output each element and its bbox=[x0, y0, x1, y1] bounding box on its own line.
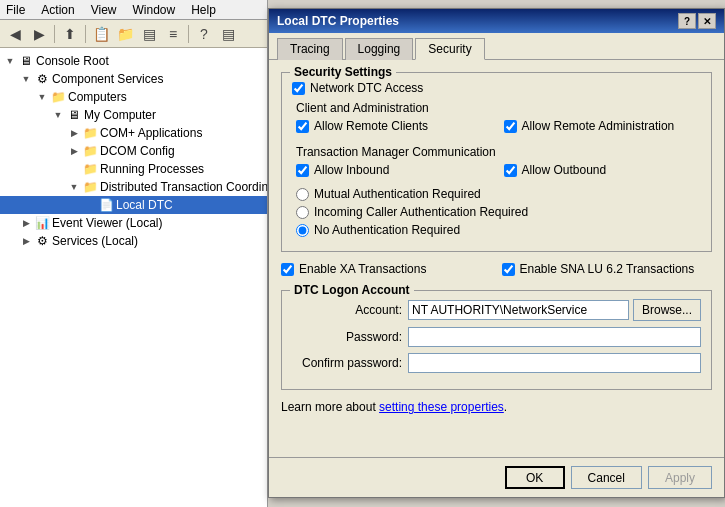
confirm-row: Confirm password: bbox=[292, 353, 701, 373]
allow-inbound-row: Allow Inbound bbox=[296, 163, 494, 177]
ok-button[interactable]: OK bbox=[505, 466, 565, 489]
menu-help[interactable]: Help bbox=[189, 3, 218, 17]
tree-my-computer[interactable]: ▼ 🖥 My Computer bbox=[0, 106, 267, 124]
folder-icon: 📁 bbox=[50, 89, 66, 105]
allow-remote-clients-label[interactable]: Allow Remote Clients bbox=[314, 119, 428, 133]
tree-component-services[interactable]: ▼ ⚙ Component Services bbox=[0, 70, 267, 88]
expander-icon bbox=[66, 164, 82, 174]
confirm-label: Confirm password: bbox=[292, 356, 402, 370]
tree-item-label: Console Root bbox=[36, 54, 109, 68]
enable-xa-label[interactable]: Enable XA Transactions bbox=[299, 262, 426, 276]
network-dtc-checkbox[interactable] bbox=[292, 82, 305, 95]
show-hide-button[interactable]: 📋 bbox=[90, 23, 112, 45]
mutual-auth-label[interactable]: Mutual Authentication Required bbox=[314, 187, 481, 201]
close-titlebar-button[interactable]: ✕ bbox=[698, 13, 716, 29]
tree-item-label: Distributed Transaction Coordin... bbox=[100, 180, 267, 194]
learn-more-link[interactable]: setting these properties bbox=[379, 400, 504, 414]
enable-sna-label[interactable]: Enable SNA LU 6.2 Transactions bbox=[520, 262, 695, 276]
password-label: Password: bbox=[292, 330, 402, 344]
help-titlebar-button[interactable]: ? bbox=[678, 13, 696, 29]
dialog-tabs: Tracing Logging Security bbox=[269, 33, 724, 60]
dialog-title: Local DTC Properties bbox=[277, 14, 399, 28]
mutual-auth-radio[interactable] bbox=[296, 188, 309, 201]
menu-action[interactable]: Action bbox=[39, 3, 76, 17]
up-button[interactable]: ⬆ bbox=[59, 23, 81, 45]
allow-outbound-row: Allow Outbound bbox=[504, 163, 702, 177]
allow-remote-admin-row: Allow Remote Administration bbox=[504, 119, 702, 133]
security-settings-title: Security Settings bbox=[290, 65, 396, 79]
help-button[interactable]: ? bbox=[193, 23, 215, 45]
enable-xa-checkbox[interactable] bbox=[281, 263, 294, 276]
incoming-auth-radio[interactable] bbox=[296, 206, 309, 219]
tree-running-processes[interactable]: 📁 Running Processes bbox=[0, 160, 267, 178]
password-input[interactable] bbox=[408, 327, 701, 347]
folder-button[interactable]: 📁 bbox=[114, 23, 136, 45]
menu-bar: File Action View Window Help bbox=[0, 0, 267, 20]
chart-icon: 📊 bbox=[34, 215, 50, 231]
expander-icon: ▶ bbox=[66, 128, 82, 138]
detail-button[interactable]: ≡ bbox=[162, 23, 184, 45]
allow-inbound-checkbox[interactable] bbox=[296, 164, 309, 177]
incoming-auth-label[interactable]: Incoming Caller Authentication Required bbox=[314, 205, 528, 219]
allow-remote-admin-checkbox[interactable] bbox=[504, 120, 517, 133]
no-auth-radio[interactable] bbox=[296, 224, 309, 237]
expander-icon bbox=[82, 200, 98, 210]
expander-icon: ▼ bbox=[34, 92, 50, 102]
cancel-button[interactable]: Cancel bbox=[571, 466, 642, 489]
allow-inbound-label[interactable]: Allow Inbound bbox=[314, 163, 389, 177]
browse-button[interactable]: Browse... bbox=[633, 299, 701, 321]
apply-button[interactable]: Apply bbox=[648, 466, 712, 489]
gear-icon: ⚙ bbox=[34, 233, 50, 249]
learn-more-suffix: . bbox=[504, 400, 507, 414]
tree-item-label: Services (Local) bbox=[52, 234, 138, 248]
tab-security[interactable]: Security bbox=[415, 38, 484, 60]
txn-manager-subgroup: Transaction Manager Communication Allow … bbox=[292, 145, 701, 237]
allow-remote-clients-checkbox[interactable] bbox=[296, 120, 309, 133]
forward-button[interactable]: ▶ bbox=[28, 23, 50, 45]
tree-services-local[interactable]: ▶ ⚙ Services (Local) bbox=[0, 232, 267, 250]
list-button[interactable]: ▤ bbox=[138, 23, 160, 45]
tab-logging[interactable]: Logging bbox=[345, 38, 414, 60]
network-dtc-label[interactable]: Network DTC Access bbox=[310, 81, 423, 95]
tree-computers[interactable]: ▼ 📁 Computers bbox=[0, 88, 267, 106]
auth-radio-group: Mutual Authentication Required Incoming … bbox=[296, 187, 701, 237]
incoming-auth-row: Incoming Caller Authentication Required bbox=[296, 205, 701, 219]
menu-file[interactable]: File bbox=[4, 3, 27, 17]
learn-more-prefix: Learn more about bbox=[281, 400, 379, 414]
tree-distributed-txn[interactable]: ▼ 📁 Distributed Transaction Coordin... bbox=[0, 178, 267, 196]
document-icon: 📄 bbox=[98, 197, 114, 213]
expander-icon: ▶ bbox=[66, 146, 82, 156]
no-auth-row: No Authentication Required bbox=[296, 223, 701, 237]
account-row: Account: Browse... bbox=[292, 299, 701, 321]
enable-xa-row: Enable XA Transactions bbox=[281, 262, 492, 276]
extra-button[interactable]: ▤ bbox=[217, 23, 239, 45]
tree-area: ▼ 🖥 Console Root ▼ ⚙ Component Services … bbox=[0, 48, 267, 507]
network-dtc-row: Network DTC Access bbox=[292, 81, 701, 95]
confirm-input[interactable] bbox=[408, 353, 701, 373]
tree-console-root[interactable]: ▼ 🖥 Console Root bbox=[0, 52, 267, 70]
enable-sna-checkbox[interactable] bbox=[502, 263, 515, 276]
no-auth-label[interactable]: No Authentication Required bbox=[314, 223, 460, 237]
dialog: Local DTC Properties ? ✕ Tracing Logging… bbox=[268, 8, 725, 498]
folder-icon: 📁 bbox=[82, 161, 98, 177]
expander-icon: ▶ bbox=[18, 218, 34, 228]
expander-icon: ▼ bbox=[66, 182, 82, 192]
tree-event-viewer[interactable]: ▶ 📊 Event Viewer (Local) bbox=[0, 214, 267, 232]
dialog-titlebar: Local DTC Properties ? ✕ bbox=[269, 9, 724, 33]
allow-remote-clients-row: Allow Remote Clients bbox=[296, 119, 494, 133]
tree-dcom-config[interactable]: ▶ 📁 DCOM Config bbox=[0, 142, 267, 160]
menu-view[interactable]: View bbox=[89, 3, 119, 17]
tree-item-label: Event Viewer (Local) bbox=[52, 216, 163, 230]
expander-icon: ▶ bbox=[18, 236, 34, 246]
tree-local-dtc[interactable]: 📄 Local DTC bbox=[0, 196, 267, 214]
account-input[interactable] bbox=[408, 300, 629, 320]
back-button[interactable]: ◀ bbox=[4, 23, 26, 45]
tree-com-apps[interactable]: ▶ 📁 COM+ Applications bbox=[0, 124, 267, 142]
allow-outbound-checkbox[interactable] bbox=[504, 164, 517, 177]
tab-tracing[interactable]: Tracing bbox=[277, 38, 343, 60]
password-row: Password: bbox=[292, 327, 701, 347]
allow-outbound-label[interactable]: Allow Outbound bbox=[522, 163, 607, 177]
expander-icon: ▼ bbox=[2, 56, 18, 66]
menu-window[interactable]: Window bbox=[131, 3, 178, 17]
allow-remote-admin-label[interactable]: Allow Remote Administration bbox=[522, 119, 675, 133]
